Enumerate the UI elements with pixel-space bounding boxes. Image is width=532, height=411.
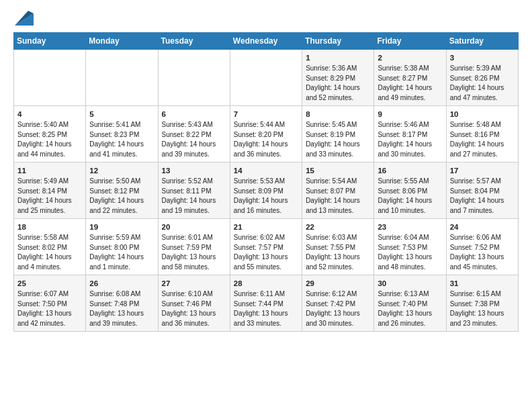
calendar-cell: 23Sunrise: 6:04 AM Sunset: 7:53 PM Dayli…: [374, 219, 446, 275]
day-number: 20: [162, 222, 226, 232]
day-info: Sunrise: 5:57 AM Sunset: 8:04 PM Dayligh…: [450, 177, 515, 216]
day-number: 26: [89, 278, 154, 289]
day-number: 2: [378, 52, 442, 63]
calendar-body: 1Sunrise: 5:36 AM Sunset: 8:29 PM Daylig…: [14, 50, 519, 332]
day-number: 23: [378, 222, 442, 232]
calendar-week-3: 11Sunrise: 5:49 AM Sunset: 8:14 PM Dayli…: [14, 163, 519, 219]
day-info: Sunrise: 5:44 AM Sunset: 8:20 PM Dayligh…: [234, 120, 298, 159]
calendar-cell: 27Sunrise: 6:10 AM Sunset: 7:46 PM Dayli…: [158, 275, 230, 332]
calendar-cell: 30Sunrise: 6:13 AM Sunset: 7:40 PM Dayli…: [374, 275, 446, 332]
calendar-cell: 6Sunrise: 5:43 AM Sunset: 8:22 PM Daylig…: [158, 106, 230, 163]
calendar-header: SundayMondayTuesdayWednesdayThursdayFrid…: [14, 33, 519, 50]
day-number: 16: [378, 165, 442, 176]
weekday-header-saturday: Saturday: [446, 33, 518, 50]
day-info: Sunrise: 5:41 AM Sunset: 8:23 PM Dayligh…: [89, 120, 154, 159]
calendar-week-4: 18Sunrise: 5:58 AM Sunset: 8:02 PM Dayli…: [14, 219, 519, 275]
calendar-cell: 11Sunrise: 5:49 AM Sunset: 8:14 PM Dayli…: [14, 163, 86, 219]
calendar-cell: 14Sunrise: 5:53 AM Sunset: 8:09 PM Dayli…: [230, 163, 302, 219]
calendar-cell: 15Sunrise: 5:54 AM Sunset: 8:07 PM Dayli…: [302, 163, 374, 219]
day-info: Sunrise: 5:54 AM Sunset: 8:07 PM Dayligh…: [306, 177, 370, 216]
calendar-cell: 4Sunrise: 5:40 AM Sunset: 8:25 PM Daylig…: [14, 106, 86, 163]
calendar-cell: 3Sunrise: 5:39 AM Sunset: 8:26 PM Daylig…: [446, 50, 518, 106]
day-number: 17: [450, 165, 515, 176]
day-number: 4: [17, 109, 82, 120]
day-number: 11: [17, 165, 82, 176]
calendar-cell: 28Sunrise: 6:11 AM Sunset: 7:44 PM Dayli…: [230, 275, 302, 332]
calendar-cell: 18Sunrise: 5:58 AM Sunset: 8:02 PM Dayli…: [14, 219, 86, 275]
calendar-cell: 5Sunrise: 5:41 AM Sunset: 8:23 PM Daylig…: [86, 106, 158, 163]
logo-icon: [15, 11, 34, 26]
day-number: 6: [162, 109, 226, 120]
day-number: 14: [234, 165, 298, 176]
day-number: 21: [234, 222, 298, 232]
weekday-header-wednesday: Wednesday: [230, 33, 302, 50]
day-number: 25: [17, 278, 82, 289]
day-info: Sunrise: 6:04 AM Sunset: 7:53 PM Dayligh…: [378, 233, 442, 272]
day-info: Sunrise: 6:01 AM Sunset: 7:59 PM Dayligh…: [162, 233, 226, 272]
calendar-cell: 8Sunrise: 5:45 AM Sunset: 8:19 PM Daylig…: [302, 106, 374, 163]
calendar-cell: 12Sunrise: 5:50 AM Sunset: 8:12 PM Dayli…: [86, 163, 158, 219]
day-number: 3: [450, 52, 515, 63]
day-info: Sunrise: 5:43 AM Sunset: 8:22 PM Dayligh…: [162, 120, 226, 159]
calendar-cell: 31Sunrise: 6:15 AM Sunset: 7:38 PM Dayli…: [446, 275, 518, 332]
calendar-cell: 7Sunrise: 5:44 AM Sunset: 8:20 PM Daylig…: [230, 106, 302, 163]
day-number: 24: [450, 222, 515, 232]
calendar-cell: 13Sunrise: 5:52 AM Sunset: 8:11 PM Dayli…: [158, 163, 230, 219]
weekday-header-sunday: Sunday: [14, 33, 86, 50]
day-info: Sunrise: 5:40 AM Sunset: 8:25 PM Dayligh…: [17, 120, 82, 159]
day-info: Sunrise: 6:12 AM Sunset: 7:42 PM Dayligh…: [306, 289, 370, 328]
day-number: 27: [162, 278, 226, 289]
day-number: 28: [234, 278, 298, 289]
day-number: 15: [306, 165, 370, 176]
day-info: Sunrise: 5:46 AM Sunset: 8:17 PM Dayligh…: [378, 120, 442, 159]
calendar-week-5: 25Sunrise: 6:07 AM Sunset: 7:50 PM Dayli…: [14, 275, 519, 332]
day-info: Sunrise: 5:50 AM Sunset: 8:12 PM Dayligh…: [89, 177, 154, 216]
day-number: 22: [306, 222, 370, 232]
calendar-week-2: 4Sunrise: 5:40 AM Sunset: 8:25 PM Daylig…: [14, 106, 519, 163]
calendar: SundayMondayTuesdayWednesdayThursdayFrid…: [13, 32, 519, 332]
logo: [13, 11, 34, 26]
calendar-cell: 16Sunrise: 5:55 AM Sunset: 8:06 PM Dayli…: [374, 163, 446, 219]
day-info: Sunrise: 6:06 AM Sunset: 7:52 PM Dayligh…: [450, 233, 515, 272]
page: SundayMondayTuesdayWednesdayThursdayFrid…: [0, 0, 532, 411]
weekday-header-monday: Monday: [86, 33, 158, 50]
calendar-cell: 25Sunrise: 6:07 AM Sunset: 7:50 PM Dayli…: [14, 275, 86, 332]
calendar-cell: [230, 50, 302, 106]
day-number: 18: [17, 222, 82, 232]
day-number: 13: [162, 165, 226, 176]
calendar-cell: [86, 50, 158, 106]
weekday-header-thursday: Thursday: [302, 33, 374, 50]
day-info: Sunrise: 6:15 AM Sunset: 7:38 PM Dayligh…: [450, 289, 515, 328]
header: [13, 11, 519, 26]
calendar-cell: 2Sunrise: 5:38 AM Sunset: 8:27 PM Daylig…: [374, 50, 446, 106]
calendar-cell: 9Sunrise: 5:46 AM Sunset: 8:17 PM Daylig…: [374, 106, 446, 163]
calendar-cell: 24Sunrise: 6:06 AM Sunset: 7:52 PM Dayli…: [446, 219, 518, 275]
day-info: Sunrise: 5:53 AM Sunset: 8:09 PM Dayligh…: [234, 177, 298, 216]
day-info: Sunrise: 6:11 AM Sunset: 7:44 PM Dayligh…: [234, 289, 298, 328]
calendar-cell: 17Sunrise: 5:57 AM Sunset: 8:04 PM Dayli…: [446, 163, 518, 219]
day-info: Sunrise: 5:58 AM Sunset: 8:02 PM Dayligh…: [17, 233, 82, 272]
day-info: Sunrise: 5:55 AM Sunset: 8:06 PM Dayligh…: [378, 177, 442, 216]
day-info: Sunrise: 6:07 AM Sunset: 7:50 PM Dayligh…: [17, 289, 82, 328]
calendar-cell: 26Sunrise: 6:08 AM Sunset: 7:48 PM Dayli…: [86, 275, 158, 332]
weekday-header-friday: Friday: [374, 33, 446, 50]
day-info: Sunrise: 5:39 AM Sunset: 8:26 PM Dayligh…: [450, 64, 515, 103]
day-number: 19: [89, 222, 154, 232]
day-number: 31: [450, 278, 515, 289]
calendar-week-1: 1Sunrise: 5:36 AM Sunset: 8:29 PM Daylig…: [14, 50, 519, 106]
day-info: Sunrise: 6:10 AM Sunset: 7:46 PM Dayligh…: [162, 289, 226, 328]
calendar-cell: 22Sunrise: 6:03 AM Sunset: 7:55 PM Dayli…: [302, 219, 374, 275]
day-number: 30: [378, 278, 442, 289]
day-info: Sunrise: 5:45 AM Sunset: 8:19 PM Dayligh…: [306, 120, 370, 159]
day-info: Sunrise: 6:13 AM Sunset: 7:40 PM Dayligh…: [378, 289, 442, 328]
day-info: Sunrise: 6:03 AM Sunset: 7:55 PM Dayligh…: [306, 233, 370, 272]
day-info: Sunrise: 6:08 AM Sunset: 7:48 PM Dayligh…: [89, 289, 154, 328]
day-info: Sunrise: 5:38 AM Sunset: 8:27 PM Dayligh…: [378, 64, 442, 103]
day-number: 7: [234, 109, 298, 120]
weekday-header-tuesday: Tuesday: [158, 33, 230, 50]
day-number: 9: [378, 109, 442, 120]
calendar-cell: 10Sunrise: 5:48 AM Sunset: 8:16 PM Dayli…: [446, 106, 518, 163]
day-info: Sunrise: 5:52 AM Sunset: 8:11 PM Dayligh…: [162, 177, 226, 216]
calendar-cell: 20Sunrise: 6:01 AM Sunset: 7:59 PM Dayli…: [158, 219, 230, 275]
calendar-cell: 1Sunrise: 5:36 AM Sunset: 8:29 PM Daylig…: [302, 50, 374, 106]
